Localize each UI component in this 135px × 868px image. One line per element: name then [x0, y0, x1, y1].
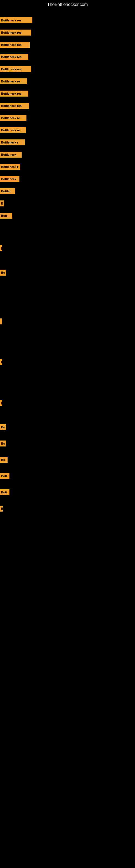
bar-item: Bo — [0, 457, 8, 463]
bar-label — [0, 318, 2, 324]
bar-item: Bottleneck res — [0, 103, 29, 109]
bar-item — [0, 318, 2, 324]
bar-label: Bottleneck — [0, 176, 19, 182]
bar-item: Bottleneck — [0, 152, 21, 158]
bar-item: Bo — [0, 424, 6, 430]
bar-label: B — [0, 506, 3, 512]
bar-label: Bottleneck re — [0, 127, 26, 133]
bar-label: Bottleneck res — [0, 103, 29, 109]
bar-label: Bottleneck res — [0, 91, 28, 97]
bar-item: Bottleneck re — [0, 127, 26, 133]
bar-label: Bo — [0, 457, 8, 463]
bar-label: Bottleneck res — [0, 54, 28, 60]
bar-item: Bottleneck re — [0, 79, 27, 84]
bar-item: Bottleneck r — [0, 164, 20, 170]
bar-item: Bottleneck res — [0, 54, 28, 60]
bar-item: Bottleneck res — [0, 30, 31, 35]
bar-label: Bottleneck — [0, 152, 21, 158]
bar-label: Bottleneck re — [0, 79, 27, 84]
bar-label: Bottler — [0, 188, 15, 194]
bar-label: Bott — [0, 473, 9, 479]
bar-item: B — [0, 359, 2, 365]
bar-item: Bott — [0, 489, 9, 495]
bar-label: Bottleneck res — [0, 18, 32, 23]
bar-item: Bott — [0, 473, 9, 479]
bar-item: B — [0, 200, 4, 207]
bar-item: B — [0, 506, 3, 512]
bar-item: Bottleneck — [0, 176, 19, 182]
bar-label: B — [0, 359, 2, 365]
bar-item: Bottleneck r — [0, 140, 25, 145]
bar-label: | — [0, 400, 2, 406]
bar-label: Bottleneck res — [0, 66, 31, 72]
bar-item: | — [0, 245, 2, 251]
bar-label: Bo — [0, 440, 6, 446]
bar-label: | — [0, 245, 2, 251]
bar-item: Bottleneck res — [0, 91, 28, 97]
bar-item: Bott — [0, 213, 12, 219]
bar-item: | — [0, 400, 2, 406]
bar-item: Bottleneck res — [0, 66, 31, 72]
bar-label: Bo — [0, 270, 6, 276]
bar-item: Bottler — [0, 188, 15, 194]
bar-label: Bottleneck r — [0, 164, 20, 170]
bar-label: Bottleneck r — [0, 140, 25, 145]
bar-label: Bo — [0, 424, 6, 430]
bar-label: Bottleneck res — [0, 30, 31, 35]
bar-item: Bottleneck res — [0, 18, 32, 23]
bar-label: B — [0, 200, 4, 207]
bar-item: Bottleneck re — [0, 115, 27, 121]
bar-item: Bo — [0, 270, 6, 276]
site-title: TheBottlenecker.com — [0, 0, 135, 9]
bar-label: Bottleneck re — [0, 115, 27, 121]
bar-item: Bottleneck res — [0, 42, 30, 48]
bar-label: Bottleneck res — [0, 42, 30, 48]
bar-label: Bott — [0, 489, 9, 495]
bar-item: Bo — [0, 440, 6, 446]
bar-label: Bott — [0, 213, 12, 219]
